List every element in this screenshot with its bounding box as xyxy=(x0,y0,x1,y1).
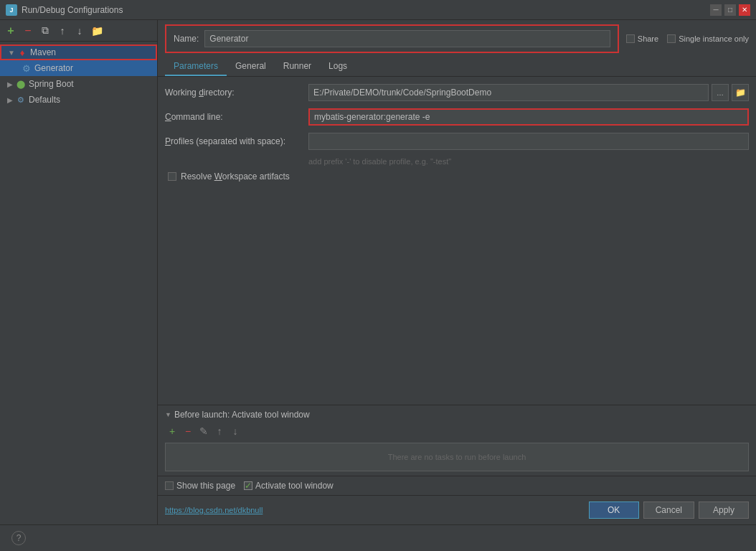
before-launch-down-button[interactable]: ↓ xyxy=(228,424,242,438)
sidebar-item-generator[interactable]: ⚙ Generator xyxy=(0,60,157,76)
before-launch-list: There are no tasks to run before launch xyxy=(165,443,749,471)
single-instance-checkbox[interactable] xyxy=(667,34,676,43)
generator-label: Generator xyxy=(34,63,73,73)
working-directory-row: Working directory: … 📁 xyxy=(165,84,749,101)
move-down-button[interactable]: ↓ xyxy=(72,23,88,39)
before-launch-section: ▼ Before launch: Activate tool window + … xyxy=(158,405,756,476)
title-bar-left: J Run/Debug Configurations xyxy=(6,4,123,16)
maven-label: Maven xyxy=(30,47,56,57)
show-page-option: Show this page xyxy=(165,481,235,491)
name-bar: Name: xyxy=(165,24,619,53)
before-launch-title: Before launch: Activate tool window xyxy=(174,410,310,420)
apply-button[interactable]: Apply xyxy=(699,501,749,519)
app-icon: J xyxy=(6,4,17,16)
btn-group: OK Cancel Apply xyxy=(589,501,749,519)
before-launch-edit-button[interactable]: ✎ xyxy=(197,424,211,438)
generator-indent xyxy=(6,64,20,72)
single-instance-option: Single instance only xyxy=(667,34,749,43)
before-launch-up-button[interactable]: ↑ xyxy=(212,424,227,438)
sidebar: + − ⧉ ↑ ↓ 📁 ▼ ♦ Maven xyxy=(0,20,158,524)
url-link[interactable]: https://blog.csdn.net/dkbnull xyxy=(165,506,263,514)
window-title: Run/Debug Configurations xyxy=(22,5,123,15)
minimize-button[interactable]: ─ xyxy=(710,4,722,16)
maven-icon: ♦ xyxy=(17,47,27,57)
sidebar-toolbar: + − ⧉ ↑ ↓ 📁 xyxy=(0,20,157,42)
activate-window-option: ✓ Activate tool window xyxy=(244,481,334,491)
sidebar-item-defaults[interactable]: ▶ ⚙ Defaults xyxy=(0,92,157,108)
ok-button[interactable]: OK xyxy=(589,501,639,519)
tab-parameters[interactable]: Parameters xyxy=(165,57,227,76)
no-tasks-text: There are no tasks to run before launch xyxy=(388,453,526,461)
profiles-hint: add prefix '-' to disable profile, e.g. … xyxy=(165,157,749,166)
command-line-row: Command line: xyxy=(165,108,749,126)
window: J Run/Debug Configurations ─ □ ✕ + − ⧉ ↑… xyxy=(0,0,756,551)
title-bar-controls: ─ □ ✕ xyxy=(710,4,750,16)
profiles-input[interactable] xyxy=(308,133,749,150)
share-option: Share xyxy=(626,34,658,43)
profiles-row: Profiles (separated with space): xyxy=(165,133,749,150)
spring-icon: ⬤ xyxy=(16,79,26,89)
before-launch-add-button[interactable]: + xyxy=(165,424,179,438)
before-launch-arrow[interactable]: ▼ xyxy=(165,411,171,418)
show-page-checkbox[interactable] xyxy=(165,481,174,490)
spring-boot-label: Spring Boot xyxy=(29,79,74,89)
profiles-label: Profiles (separated with space): xyxy=(165,136,308,146)
share-checkbox[interactable] xyxy=(626,34,635,43)
cancel-button[interactable]: Cancel xyxy=(643,501,694,519)
single-instance-label: Single instance only xyxy=(679,34,749,43)
browse-directory-button[interactable]: … xyxy=(712,84,729,101)
tab-runner[interactable]: Runner xyxy=(275,57,320,76)
share-label: Share xyxy=(638,34,658,43)
before-launch-header: ▼ Before launch: Activate tool window xyxy=(165,410,749,420)
working-directory-wrap: … 📁 xyxy=(308,84,749,101)
resolve-workspace-row: Resolve Workspace artifacts xyxy=(165,171,749,182)
before-launch-toolbar: + − ✎ ↑ ↓ xyxy=(165,424,749,438)
maximize-button[interactable]: □ xyxy=(724,4,736,16)
name-input[interactable] xyxy=(204,30,610,47)
title-bar: J Run/Debug Configurations ─ □ ✕ xyxy=(0,0,756,20)
copy-config-button[interactable]: ⧉ xyxy=(37,23,53,39)
header-options: Share Single instance only xyxy=(626,34,749,43)
checkmark-icon: ✓ xyxy=(245,481,252,491)
resolve-workspace-label: Resolve Workspace artifacts xyxy=(181,171,290,182)
command-line-input[interactable] xyxy=(308,108,749,126)
tab-logs[interactable]: Logs xyxy=(320,57,356,76)
defaults-arrow: ▶ xyxy=(6,95,14,104)
main-content: + − ⧉ ↑ ↓ 📁 ▼ ♦ Maven xyxy=(0,20,756,524)
profiles-wrap xyxy=(308,133,749,150)
tab-general[interactable]: General xyxy=(227,57,275,76)
folder-button[interactable]: 📁 xyxy=(89,23,105,39)
sidebar-tree: ▼ ♦ Maven ⚙ Generator ▶ xyxy=(0,42,157,524)
bottom-bar: ? xyxy=(0,524,756,551)
move-up-button[interactable]: ↑ xyxy=(55,23,70,39)
parameters-content: Working directory: … 📁 Command line: xyxy=(158,77,756,405)
add-config-button[interactable]: + xyxy=(3,23,19,39)
right-panel: Name: Share Single instance only Param xyxy=(158,20,756,524)
sidebar-item-maven[interactable]: ▼ ♦ Maven xyxy=(0,44,157,60)
working-directory-input[interactable] xyxy=(308,84,709,101)
close-button[interactable]: ✕ xyxy=(739,4,750,16)
activate-window-checkbox[interactable]: ✓ xyxy=(244,481,252,490)
show-page-label: Show this page xyxy=(176,481,235,491)
help-button[interactable]: ? xyxy=(11,531,26,545)
remove-config-button[interactable]: − xyxy=(20,23,36,39)
name-label: Name: xyxy=(174,34,199,44)
action-buttons: https://blog.csdn.net/dkbnull OK Cancel … xyxy=(158,495,756,524)
tabs: Parameters General Runner Logs xyxy=(158,57,756,77)
gear-icon: ⚙ xyxy=(22,63,32,73)
spring-boot-arrow: ▶ xyxy=(6,80,14,88)
defaults-label: Defaults xyxy=(29,95,60,105)
resolve-workspace-checkbox[interactable] xyxy=(168,172,176,181)
browse-directory-icon-button[interactable]: 📁 xyxy=(732,84,749,101)
bottom-options-row: Show this page ✓ Activate tool window xyxy=(158,476,756,495)
defaults-icon: ⚙ xyxy=(16,95,26,105)
working-directory-label: Working directory: xyxy=(165,88,308,98)
activate-window-label: Activate tool window xyxy=(255,481,334,491)
sidebar-item-spring-boot[interactable]: ▶ ⬤ Spring Boot xyxy=(0,76,157,92)
maven-arrow: ▼ xyxy=(7,48,16,57)
command-line-wrap xyxy=(308,108,749,126)
command-line-label: Command line: xyxy=(165,112,308,122)
before-launch-remove-button[interactable]: − xyxy=(181,424,195,438)
